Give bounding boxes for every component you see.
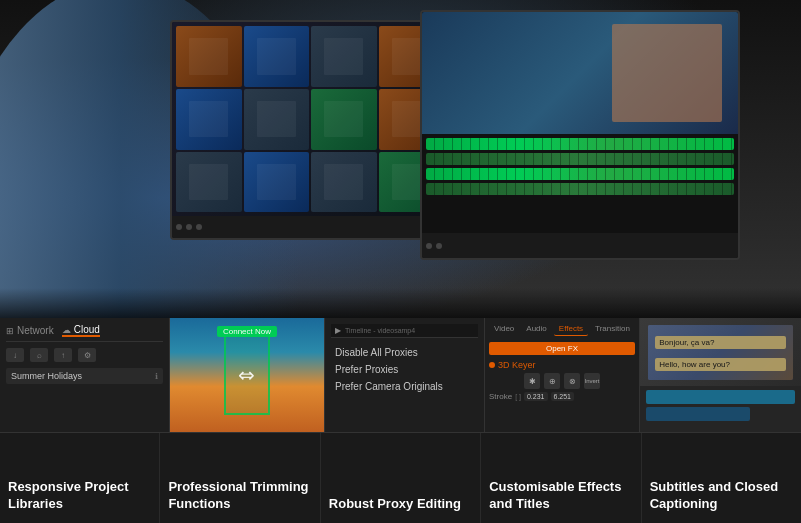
effect-btn-1[interactable]: ✱ xyxy=(524,373,540,389)
connect-badge: Connect Now xyxy=(217,326,277,337)
monitor-right-screen xyxy=(422,12,738,233)
subtitle-inner: Bonjour, ça va? Hello, how are you? xyxy=(648,325,793,380)
ui-strip: ⊞ Network ☁ Cloud ↓ ⌕ ↑ ⚙ xyxy=(0,318,801,433)
keyer-label: 3D Keyer xyxy=(489,360,635,370)
thumbnail xyxy=(244,89,310,150)
timeline-header: ▶ Timeline - videosamp4 xyxy=(331,324,478,338)
tab-cloud[interactable]: ☁ Cloud xyxy=(62,324,100,337)
monitor-timeline xyxy=(422,134,738,234)
subtitle-timeline xyxy=(640,386,801,432)
effect-btn-2[interactable]: ⊕ xyxy=(544,373,560,389)
stroke-y-val[interactable]: 6.251 xyxy=(551,392,575,401)
subtitle-video-frame: Bonjour, ça va? Hello, how are you? xyxy=(640,318,801,386)
feature-title: Professional Trimming Functions xyxy=(168,479,311,513)
feature-trimming: Professional Trimming Functions xyxy=(160,433,320,523)
trim-handle: ⇔ xyxy=(224,335,270,415)
bar-dot xyxy=(196,224,202,230)
stroke-x-val[interactable]: 0.231 xyxy=(524,392,548,401)
monitor-preview xyxy=(422,12,738,134)
timeline-track-4 xyxy=(426,183,734,195)
bar-dot xyxy=(176,224,182,230)
prefer-proxies-item[interactable]: Prefer Proxies xyxy=(331,361,478,378)
bar-dot xyxy=(186,224,192,230)
trim-preview: ⇔ Connect Now xyxy=(170,318,324,432)
subtitle-preview: Bonjour, ça va? Hello, how are you? xyxy=(640,318,801,432)
feature-subtitles: Subtitles and Closed Captioning xyxy=(642,433,801,523)
thumbnail xyxy=(176,152,242,213)
effect-btn-3[interactable]: ⊗ xyxy=(564,373,580,389)
network-icon: ⊞ xyxy=(6,326,14,336)
settings-button[interactable]: ⚙ xyxy=(78,348,96,362)
thumbnail xyxy=(176,26,242,87)
thumbnail xyxy=(176,89,242,150)
feature-responsive-libraries: Responsive Project Libraries xyxy=(0,433,160,523)
feature-title: Customisable Effects and Titles xyxy=(489,479,632,513)
upload-button[interactable]: ↑ xyxy=(54,348,72,362)
stroke-row: Stroke [ ] 0.231 6.251 xyxy=(489,392,635,401)
feature-title: Robust Proxy Editing xyxy=(329,496,472,513)
timeline-track-3 xyxy=(426,168,734,180)
thumbnail xyxy=(244,152,310,213)
tab-transition[interactable]: Transition xyxy=(590,322,635,336)
folder-item[interactable]: Summer Holidays ℹ xyxy=(6,368,163,384)
feature-proxy-editing: Robust Proxy Editing xyxy=(321,433,481,523)
hero-section xyxy=(0,0,801,330)
info-icon: ℹ xyxy=(155,372,158,381)
sort-button[interactable]: ↓ xyxy=(6,348,24,362)
monitor-right xyxy=(420,10,740,260)
thumbnail xyxy=(311,89,377,150)
tab-audio[interactable]: Audio xyxy=(521,322,551,336)
panel-trimming: ⇔ Connect Now xyxy=(170,318,325,432)
timeline-track-2 xyxy=(426,153,734,165)
panel-subtitles: Bonjour, ça va? Hello, how are you? xyxy=(640,318,801,432)
thumbnail xyxy=(311,152,377,213)
effects-tabs: Video Audio Effects Transition xyxy=(489,322,635,336)
monitor-left xyxy=(170,20,450,240)
search-button[interactable]: ⌕ xyxy=(30,348,48,362)
feature-title: Subtitles and Closed Captioning xyxy=(650,479,793,513)
panel-toolbar: ↓ ⌕ ↑ ⚙ xyxy=(6,348,163,362)
disable-proxies-item[interactable]: Disable All Proxies xyxy=(331,344,478,361)
tab-effects[interactable]: Effects xyxy=(554,322,588,336)
bar-dot xyxy=(436,243,442,249)
monitor-left-bar xyxy=(172,216,448,238)
open-fx-button[interactable]: Open FX xyxy=(489,340,635,357)
subtitle-track-1 xyxy=(646,390,795,404)
effects-controls: ✱ ⊕ ⊗ Invert xyxy=(489,373,635,389)
thumbnail xyxy=(311,26,377,87)
panel-tabs: ⊞ Network ☁ Cloud xyxy=(6,324,163,342)
thumbnail xyxy=(244,26,310,87)
tab-video[interactable]: Video xyxy=(489,322,519,336)
panel-content: Summer Holidays ℹ xyxy=(6,368,163,386)
prefer-camera-item[interactable]: Prefer Camera Originals xyxy=(331,378,478,395)
subtitle-line-2: Hello, how are you? xyxy=(655,358,785,371)
monitor-right-bar xyxy=(422,233,738,258)
panel-proxy: ▶ Timeline - videosamp4 Disable All Prox… xyxy=(325,318,485,432)
cloud-icon: ☁ xyxy=(62,325,71,335)
timeline-icon: ▶ xyxy=(335,326,341,335)
feature-effects-titles: Customisable Effects and Titles xyxy=(481,433,641,523)
subtitle-track-2 xyxy=(646,407,750,421)
timeline-track-1 xyxy=(426,138,734,150)
keyer-dot xyxy=(489,362,495,368)
panel-effects: Video Audio Effects Transition Open FX xyxy=(485,318,640,432)
proxy-menu: Disable All Proxies Prefer Proxies Prefe… xyxy=(331,344,478,395)
feature-strip: Responsive Project Libraries Professiona… xyxy=(0,433,801,523)
feature-title: Responsive Project Libraries xyxy=(8,479,151,513)
bottom-panel: ⊞ Network ☁ Cloud ↓ ⌕ ↑ ⚙ xyxy=(0,318,801,523)
invert-btn[interactable]: Invert xyxy=(584,373,600,389)
panel-network-cloud: ⊞ Network ☁ Cloud ↓ ⌕ ↑ ⚙ xyxy=(0,318,170,432)
tab-network[interactable]: ⊞ Network xyxy=(6,324,54,337)
monitor-left-screen xyxy=(172,22,448,216)
bar-dot xyxy=(426,243,432,249)
subtitle-line-1: Bonjour, ça va? xyxy=(655,336,785,349)
